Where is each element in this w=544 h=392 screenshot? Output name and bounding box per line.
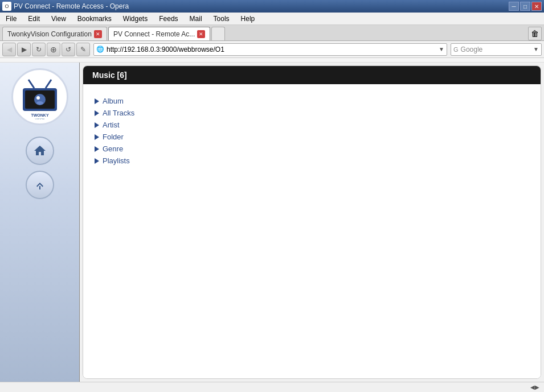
window-title: PV Connect - Remote Access - Opera: [14, 2, 129, 10]
up-button[interactable]: [26, 171, 54, 199]
svg-text:TWONKY: TWONKY: [31, 113, 48, 117]
new-tab-button[interactable]: [211, 27, 225, 40]
tab-twonky-label: TwonkyVision Configuration: [7, 30, 92, 38]
triangle-icon-alltracks: [95, 110, 99, 116]
svg-line-2: [28, 80, 34, 88]
logo-area: TWONKY VISION: [11, 68, 68, 125]
menu-mail[interactable]: Mail: [186, 14, 206, 24]
album-label: Album: [103, 97, 124, 105]
main-layout: TWONKY VISION Music [6] Album: [0, 63, 544, 382]
menu-widgets[interactable]: Widgets: [120, 14, 151, 24]
triangle-icon-artist: [95, 122, 99, 128]
triangle-icon-folder: [95, 134, 99, 140]
tab-pvconnect-label: PV Connect - Remote Ac...: [113, 30, 195, 38]
artist-label: Artist: [103, 121, 120, 129]
content-title: Music [6]: [92, 71, 127, 80]
list-item-genre[interactable]: Genre: [95, 143, 529, 154]
folder-label: Folder: [103, 133, 124, 141]
edit-button[interactable]: ✎: [76, 43, 90, 56]
address-text: http://192.168.0.3:9000/webbrowse/O1: [107, 46, 439, 53]
close-button[interactable]: ✕: [531, 2, 542, 11]
tab-bar: TwonkyVision Configuration ✕ PV Connect …: [0, 25, 544, 41]
menu-help[interactable]: Help: [238, 14, 259, 24]
search-placeholder: Google: [461, 46, 534, 53]
nav-bar: ◀ ▶ ↻ ⊕ ↺ ✎ 🌐 http://192.168.0.3:9000/we…: [0, 41, 544, 58]
home-button[interactable]: [26, 137, 54, 165]
forward-button[interactable]: ▶: [17, 43, 31, 56]
svg-point-6: [36, 101, 43, 105]
address-dropdown[interactable]: ▼: [439, 46, 444, 52]
alltracks-label: All Tracks: [103, 109, 134, 117]
playlists-label: Playlists: [103, 156, 130, 165]
scroll-right-button[interactable]: ▶: [535, 384, 539, 390]
tab-twonky-close[interactable]: ✕: [94, 30, 102, 38]
search-dropdown[interactable]: ▼: [533, 46, 539, 52]
svg-rect-9: [39, 186, 40, 189]
reload-button[interactable]: ↻: [32, 43, 46, 56]
list-item-artist[interactable]: Artist: [95, 119, 529, 130]
list-item-folder[interactable]: Folder: [95, 131, 529, 142]
tab-pvconnect[interactable]: PV Connect - Remote Ac... ✕: [108, 27, 210, 40]
title-bar-left: O PV Connect - Remote Access - Opera: [2, 2, 129, 11]
address-bar[interactable]: 🌐 http://192.168.0.3:9000/webbrowse/O1 ▼: [93, 43, 447, 56]
status-bar: ◀ ▶: [0, 382, 544, 392]
twonky-logo: TWONKY VISION: [17, 74, 63, 119]
pin-button[interactable]: ⊕: [47, 43, 60, 56]
address-icon: 🌐: [96, 46, 104, 53]
window-controls: ─ □ ✕: [509, 2, 542, 11]
content-area: Music [6] Album All Tracks Artist Folder…: [83, 65, 541, 379]
svg-point-5: [36, 96, 40, 100]
menu-edit[interactable]: Edit: [24, 14, 43, 24]
minimize-button[interactable]: ─: [509, 2, 519, 11]
triangle-icon-album: [95, 98, 99, 104]
menu-bar: File Edit View Bookmarks Widgets Feeds M…: [0, 13, 544, 25]
app-icon: O: [2, 2, 11, 11]
content-body: Album All Tracks Artist Folder Genre Pla…: [83, 84, 541, 378]
back-button[interactable]: ◀: [2, 43, 16, 56]
tab-twonky[interactable]: TwonkyVision Configuration ✕: [2, 27, 107, 40]
triangle-icon-genre: [95, 146, 99, 152]
trash-button[interactable]: 🗑: [528, 27, 542, 40]
search-bar[interactable]: G Google ▼: [451, 43, 542, 56]
list-item-alltracks[interactable]: All Tracks: [95, 108, 529, 118]
menu-file[interactable]: File: [2, 14, 20, 24]
scroll-left-button[interactable]: ◀: [530, 384, 535, 390]
triangle-icon-playlists: [95, 158, 99, 164]
thin-bar: [0, 58, 544, 63]
refresh-button[interactable]: ↺: [62, 43, 75, 56]
menu-feeds[interactable]: Feeds: [156, 14, 181, 24]
menu-tools[interactable]: Tools: [210, 14, 233, 24]
genre-label: Genre: [103, 145, 123, 153]
google-icon: G: [453, 46, 459, 53]
sidebar: TWONKY VISION: [0, 63, 80, 382]
maximize-button[interactable]: □: [520, 2, 530, 11]
tab-pvconnect-close[interactable]: ✕: [197, 30, 205, 38]
content-header: Music [6]: [83, 66, 541, 84]
menu-bookmarks[interactable]: Bookmarks: [74, 14, 115, 24]
list-item-playlists[interactable]: Playlists: [95, 155, 529, 166]
menu-view[interactable]: View: [48, 14, 69, 24]
svg-text:VISION: VISION: [35, 118, 44, 119]
list-item-album[interactable]: Album: [95, 96, 529, 106]
svg-line-3: [46, 80, 51, 88]
title-bar: O PV Connect - Remote Access - Opera ─ □…: [0, 0, 544, 13]
